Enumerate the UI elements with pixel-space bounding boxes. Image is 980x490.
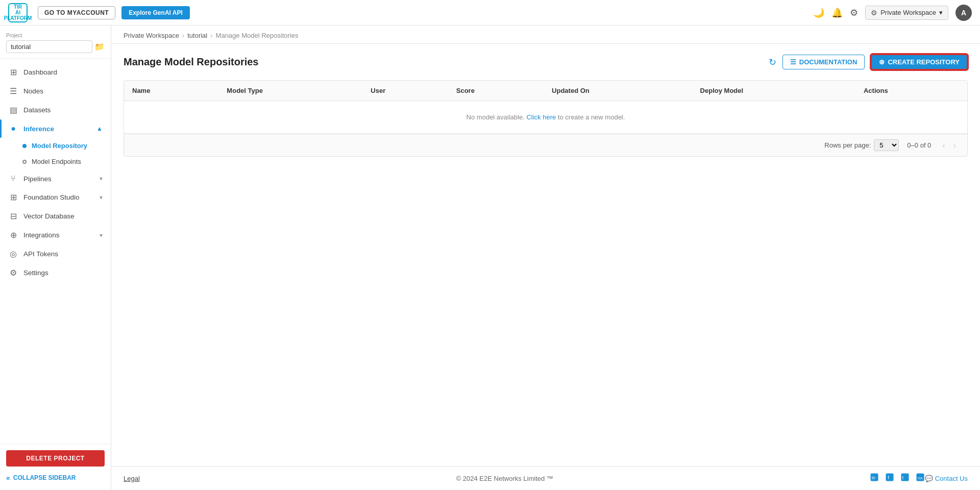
project-select[interactable]: tutorial [6, 40, 92, 53]
page-footer: Legal © 2024 E2E Networks Limited ™ in f… [111, 466, 980, 490]
sidebar-item-api-tokens[interactable]: ◎ API Tokens [0, 244, 111, 263]
sidebar-item-dashboard[interactable]: ⊞ Dashboard [0, 63, 111, 82]
col-actions: Actions [855, 81, 967, 101]
avatar-button[interactable]: A [955, 5, 972, 21]
contact-us-link[interactable]: 💬 Contact Us [925, 475, 968, 482]
documentation-button[interactable]: ☰ DOCUMENTATION [782, 55, 865, 69]
pipelines-chevron-icon: ▾ [100, 175, 103, 182]
sidebar-item-model-endpoints[interactable]: Model Endpoints [0, 154, 111, 169]
table-body: No model available. Click here to create… [124, 101, 967, 134]
nav-item-wrapper-nodes: ☰ Nodes [0, 82, 111, 101]
footer-right: 💬 Contact Us [925, 475, 968, 482]
footer-legal-link[interactable]: Legal [124, 475, 140, 482]
sidebar-item-label-pipelines: Pipelines [23, 175, 52, 183]
logo-area: TIRAI PLATFORM [8, 3, 28, 22]
table-container: Name Model Type User Score Updated On De… [124, 80, 968, 157]
sidebar-item-integrations[interactable]: ⊕ Integrations ▾ [0, 226, 111, 244]
nav-item-wrapper-inference: ● Inference ▲ [0, 119, 111, 138]
top-navigation: TIRAI PLATFORM GO TO MYACCOUNT Explore G… [0, 0, 980, 26]
model-repository-dot-icon [22, 144, 27, 148]
breadcrumb-item-project[interactable]: tutorial [187, 32, 207, 39]
myaccount-button[interactable]: GO TO MYACCOUNT [38, 6, 115, 19]
breadcrumb-sep-2: › [210, 32, 212, 39]
model-endpoints-dot-icon [22, 160, 27, 164]
rss-icon[interactable]: rss [916, 473, 925, 484]
page-actions: ↻ ☰ DOCUMENTATION ⊕ CREATE REPOSITORY [769, 54, 968, 70]
table-footer: Rows per page: 5 10 25 0–0 of 0 ‹ › [124, 134, 967, 156]
nav-item-wrapper-integrations: ⊕ Integrations ▾ [0, 226, 111, 244]
rows-per-page-select[interactable]: 5 10 25 [874, 139, 899, 151]
sidebar-item-pipelines[interactable]: ⑂ Pipelines ▾ [0, 169, 111, 188]
sidebar-item-label-vector-database: Vector Database [23, 212, 75, 220]
col-user: User [362, 81, 448, 101]
page-title: Manage Model Repositories [124, 56, 259, 68]
sidebar-item-inference[interactable]: ● Inference ▲ [0, 119, 111, 138]
nav-item-wrapper-datasets: ▤ Datasets [0, 101, 111, 119]
nav-item-wrapper-settings: ⚙ Settings [0, 263, 111, 282]
vector-database-icon: ⊟ [8, 211, 18, 221]
svg-text:rss: rss [917, 476, 922, 480]
sidebar-item-vector-database[interactable]: ⊟ Vector Database [0, 207, 111, 226]
nav-items: ⊞ Dashboard ☰ Nodes ▤ Datasets ● [0, 59, 111, 444]
delete-project-button[interactable]: DELETE PROJECT [6, 450, 105, 467]
sidebar-item-datasets[interactable]: ▤ Datasets [0, 101, 111, 119]
sidebar: Project tutorial 📁 ⊞ Dashboard ☰ Nodes [0, 26, 111, 490]
col-name: Name [124, 81, 218, 101]
model-repository-table: Name Model Type User Score Updated On De… [124, 81, 967, 134]
create-icon: ⊕ [879, 58, 885, 66]
col-deploy-model: Deploy Model [692, 81, 855, 101]
create-label: CREATE REPOSITORY [888, 58, 960, 66]
inference-icon: ● [8, 124, 18, 133]
sidebar-item-label-api-tokens: API Tokens [23, 250, 58, 258]
facebook-icon[interactable]: f [885, 473, 894, 484]
workspace-icon: ⚙ [871, 9, 877, 17]
svg-text:f: f [888, 475, 889, 480]
breadcrumb-item-current: Manage Model Repositories [216, 32, 299, 39]
empty-msg: No model available. [467, 113, 525, 121]
sidebar-bottom: DELETE PROJECT « COLLAPSE SIDEBAR [0, 444, 111, 490]
doc-icon: ☰ [790, 58, 796, 66]
prev-page-button[interactable]: ‹ [939, 140, 948, 151]
pagination-nav: ‹ › [939, 140, 959, 151]
sidebar-sub-label-model-endpoints: Model Endpoints [32, 158, 81, 165]
nav-item-wrapper-pipelines: ⑂ Pipelines ▾ [0, 169, 111, 188]
logo-text: TIRAI PLATFORM [4, 4, 32, 21]
twitter-icon[interactable]: t [900, 473, 910, 484]
genai-button[interactable]: Explore GenAI API [121, 6, 190, 19]
collapse-sidebar-button[interactable]: « COLLAPSE SIDEBAR [6, 472, 76, 484]
nav-item-wrapper-api-tokens: ◎ API Tokens [0, 244, 111, 263]
collapse-icon: « [6, 474, 10, 482]
integrations-chevron-icon: ▾ [100, 232, 103, 239]
workspace-button[interactable]: ⚙ Private Workspace ▾ [865, 6, 948, 20]
project-folder-button[interactable]: 📁 [94, 42, 105, 52]
project-selector: Project tutorial 📁 [0, 26, 111, 59]
sidebar-item-foundation-studio[interactable]: ⊞ Foundation Studio ▾ [0, 188, 111, 207]
page-content: Manage Model Repositories ↻ ☰ DOCUMENTAT… [111, 44, 980, 466]
sidebar-item-nodes[interactable]: ☰ Nodes [0, 82, 111, 101]
empty-suffix: to create a new model. [558, 113, 625, 121]
refresh-button[interactable]: ↻ [769, 57, 776, 68]
sidebar-item-settings[interactable]: ⚙ Settings [0, 263, 111, 282]
rows-per-page: Rows per page: 5 10 25 [824, 139, 899, 151]
project-label: Project [6, 33, 105, 38]
settings-icon[interactable]: ⚙ [850, 7, 858, 18]
create-repository-button[interactable]: ⊕ CREATE REPOSITORY [871, 54, 968, 70]
nav-item-wrapper-vector-database: ⊟ Vector Database [0, 207, 111, 226]
sidebar-item-model-repository[interactable]: Model Repository [0, 138, 111, 154]
dark-mode-icon[interactable]: 🌙 [813, 7, 824, 18]
inference-submenu: Model Repository Model Endpoints [0, 138, 111, 169]
sidebar-item-label-integrations: Integrations [23, 231, 60, 239]
next-page-button[interactable]: › [950, 140, 959, 151]
nodes-icon: ☰ [8, 86, 18, 96]
page-header: Manage Model Repositories ↻ ☰ DOCUMENTAT… [124, 54, 968, 70]
contact-label: Contact Us [935, 475, 968, 482]
content-area: Private Workspace › tutorial › Manage Mo… [111, 26, 980, 490]
notifications-icon[interactable]: 🔔 [831, 7, 843, 18]
table-empty-cell: No model available. Click here to create… [124, 101, 967, 134]
linkedin-icon[interactable]: in [870, 473, 879, 484]
table-empty-row: No model available. Click here to create… [124, 101, 967, 134]
breadcrumb-item-workspace[interactable]: Private Workspace [124, 32, 179, 39]
sidebar-item-label-datasets: Datasets [23, 106, 51, 114]
integrations-icon: ⊕ [8, 230, 18, 240]
click-here-link[interactable]: Click here [526, 113, 556, 121]
